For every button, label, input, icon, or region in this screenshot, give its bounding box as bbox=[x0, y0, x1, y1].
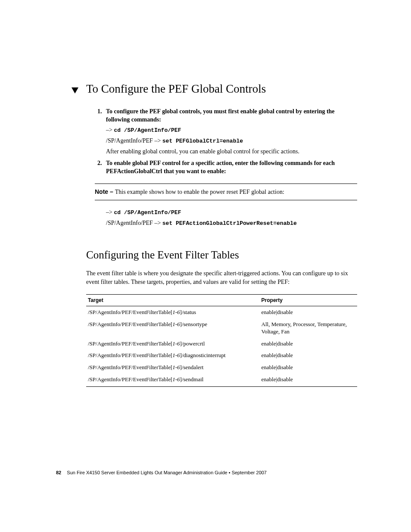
table-row: /SP/AgentInfo/PEF/EventFilterTable[1-6]/… bbox=[86, 318, 357, 338]
cell-property: enable|disable bbox=[260, 338, 357, 350]
cell-property: enable|disable bbox=[260, 306, 357, 318]
step-1-text: To configure the PEF global controls, yo… bbox=[106, 108, 357, 124]
example-cmd2-line: /SP/AgentInfo/PEF –> set PEFActionGlobal… bbox=[106, 219, 357, 228]
step-1-cmd-line: –> cd /SP/AgentInfo/PEF bbox=[106, 126, 357, 135]
note-label: Note – bbox=[95, 188, 115, 195]
example-block: –> cd /SP/AgentInfo/PEF /SP/AgentInfo/PE… bbox=[106, 208, 357, 228]
page-content: To Configure the PEF Global Controls To … bbox=[0, 0, 411, 387]
th-target: Target bbox=[86, 295, 260, 306]
example-cmd1-line: –> cd /SP/AgentInfo/PEF bbox=[106, 208, 357, 217]
step-1-path: /SP/AgentInfo/PEF –> bbox=[106, 137, 162, 144]
cell-property: All, Memory, Processor, Temperature, Vol… bbox=[260, 318, 357, 338]
heading-text: To Configure the PEF Global Controls bbox=[86, 82, 266, 95]
table-header-row: Target Property bbox=[86, 295, 357, 306]
cell-property: enable|disable bbox=[260, 361, 357, 373]
cell-target: /SP/AgentInfo/PEF/EventFilterTable[1-6]/… bbox=[86, 373, 260, 387]
svg-marker-0 bbox=[72, 87, 78, 93]
prompt-arrow: –> bbox=[106, 127, 114, 133]
table-body: /SP/AgentInfo/PEF/EventFilterTable[1-6]/… bbox=[86, 306, 357, 387]
note-box: Note – This example shows how to enable … bbox=[95, 184, 357, 200]
example-path: /SP/AgentInfo/PEF –> bbox=[106, 220, 162, 226]
table-row: /SP/AgentInfo/PEF/EventFilterTable[1-6]/… bbox=[86, 349, 357, 361]
example-cmd2: set PEFActionGlobalCtrlPowerReset=enable bbox=[162, 220, 297, 227]
cell-property: enable|disable bbox=[260, 349, 357, 361]
subsection-intro: The event filter table is where you desi… bbox=[86, 269, 357, 287]
example-cmd1: cd /SP/AgentInfo/PEF bbox=[114, 209, 181, 216]
cell-target: /SP/AgentInfo/PEF/EventFilterTable[1-6]/… bbox=[86, 306, 260, 318]
cell-property: enable|disable bbox=[260, 373, 357, 387]
subsection-heading: Configuring the Event Filter Tables bbox=[86, 249, 357, 261]
step-2: To enable global PEF control for a speci… bbox=[97, 159, 357, 176]
step-1: To configure the PEF global controls, yo… bbox=[97, 108, 357, 156]
step-1-cmd: cd /SP/AgentInfo/PEF bbox=[114, 127, 181, 134]
cell-target: /SP/AgentInfo/PEF/EventFilterTable[1-6]/… bbox=[86, 318, 260, 338]
cell-target: /SP/AgentInfo/PEF/EventFilterTable[1-6]/… bbox=[86, 349, 260, 361]
triangle-down-icon bbox=[72, 82, 86, 96]
properties-table: Target Property /SP/AgentInfo/PEF/EventF… bbox=[86, 294, 357, 387]
step-1-cmd2: set PEFGlobalCtrl=enable bbox=[162, 138, 243, 144]
section-heading: To Configure the PEF Global Controls bbox=[86, 82, 357, 96]
note-text: This example shows how to enable the pow… bbox=[115, 189, 284, 195]
table-row: /SP/AgentInfo/PEF/EventFilterTable[1-6]/… bbox=[86, 373, 357, 387]
page-footer: 82 Sun Fire X4150 Server Embedded Lights… bbox=[56, 470, 267, 475]
cell-target: /SP/AgentInfo/PEF/EventFilterTable[1-6]/… bbox=[86, 361, 260, 373]
step-1-after: After enabling global control, you can e… bbox=[106, 147, 357, 156]
step-2-text: To enable global PEF control for a speci… bbox=[106, 159, 357, 176]
table-row: /SP/AgentInfo/PEF/EventFilterTable[1-6]/… bbox=[86, 338, 357, 350]
cell-target: /SP/AgentInfo/PEF/EventFilterTable[1-6]/… bbox=[86, 338, 260, 350]
table-row: /SP/AgentInfo/PEF/EventFilterTable[1-6]/… bbox=[86, 361, 357, 373]
prompt-arrow-2: –> bbox=[106, 209, 114, 215]
th-property: Property bbox=[260, 295, 357, 306]
page-number: 82 bbox=[56, 470, 61, 475]
table-row: /SP/AgentInfo/PEF/EventFilterTable[1-6]/… bbox=[86, 306, 357, 318]
step-1-cmd2-line: /SP/AgentInfo/PEF –> set PEFGlobalCtrl=e… bbox=[106, 137, 357, 146]
footer-title: Sun Fire X4150 Server Embedded Lights Ou… bbox=[67, 470, 267, 475]
steps-list: To configure the PEF global controls, yo… bbox=[97, 108, 357, 176]
